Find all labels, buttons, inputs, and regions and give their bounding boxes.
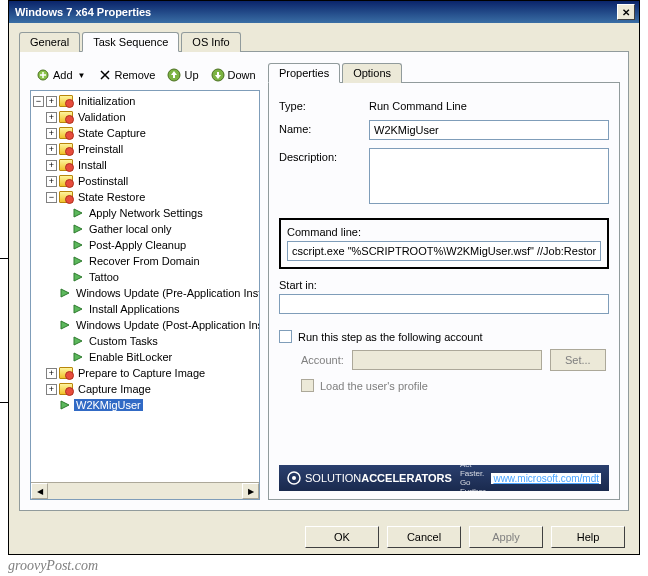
close-button[interactable]: ✕ [617, 4, 635, 20]
step-icon [72, 207, 84, 219]
step-icon [59, 319, 71, 331]
type-value: Run Command Line [369, 97, 467, 112]
step-icon [59, 399, 71, 411]
add-button[interactable]: Add ▼ [32, 66, 90, 84]
tab-general[interactable]: General [19, 32, 80, 52]
help-button[interactable]: Help [551, 526, 625, 548]
expand-icon[interactable]: + [46, 128, 57, 139]
tree-group[interactable]: +Validation [33, 109, 257, 125]
commandline-label: Command line: [287, 226, 601, 238]
cancel-button[interactable]: Cancel [387, 526, 461, 548]
expand-icon[interactable]: + [46, 160, 57, 171]
startin-input[interactable] [279, 294, 609, 314]
step-icon [59, 287, 71, 299]
brand-icon [287, 471, 301, 485]
properties-window: Windows 7 x64 Properties ✕ General Task … [8, 0, 640, 555]
sub-tab-bar: Properties Options [268, 62, 620, 83]
tree-toolbar: Add ▼ Remove Up Down [30, 62, 260, 90]
runas-label: Run this step as the following account [298, 331, 483, 343]
footer-link[interactable]: www.microsoft.com/mdt [491, 473, 601, 484]
name-input[interactable] [369, 120, 609, 140]
expand-icon[interactable]: + [46, 176, 57, 187]
subtab-properties[interactable]: Properties [268, 63, 340, 83]
step-icon [72, 223, 84, 235]
commandline-group: Command line: [279, 218, 609, 269]
dialog-button-bar: OK Cancel Apply Help [305, 526, 625, 548]
expand-icon[interactable]: + [46, 96, 57, 107]
commandline-input[interactable] [287, 241, 601, 261]
name-label: Name: [279, 120, 369, 135]
expand-icon[interactable]: + [46, 384, 57, 395]
subtab-options[interactable]: Options [342, 63, 402, 83]
tree-group[interactable]: +State Capture [33, 125, 257, 141]
tree-item[interactable]: W2KMigUser [33, 397, 257, 413]
collapse-icon[interactable]: − [33, 96, 44, 107]
remove-button[interactable]: Remove [94, 66, 160, 84]
horizontal-scrollbar[interactable]: ◀ ▶ [31, 482, 259, 499]
expand-icon[interactable]: + [46, 368, 57, 379]
step-icon [72, 351, 84, 363]
main-tab-bar: General Task Sequence OS Info [19, 31, 629, 52]
tree-group[interactable]: +Preinstall [33, 141, 257, 157]
watermark: groovyPost.com [8, 558, 98, 574]
account-label: Account: [301, 354, 344, 366]
set-button: Set... [550, 349, 606, 371]
add-icon [36, 68, 50, 82]
step-icon [72, 255, 84, 267]
tree-item[interactable]: Windows Update (Post-Application Install… [33, 317, 257, 333]
expand-icon[interactable]: − [46, 192, 57, 203]
folder-icon [59, 175, 73, 187]
tree-item[interactable]: Install Applications [33, 301, 257, 317]
folder-icon [59, 367, 73, 379]
folder-icon [59, 143, 73, 155]
tree-item[interactable]: Tattoo [33, 269, 257, 285]
down-icon [211, 68, 225, 82]
ok-button[interactable]: OK [305, 526, 379, 548]
runas-checkbox[interactable] [279, 330, 292, 343]
description-label: Description: [279, 148, 369, 163]
tree-item[interactable]: Apply Network Settings [33, 205, 257, 221]
up-button[interactable]: Up [163, 66, 202, 84]
loadprofile-label: Load the user's profile [320, 380, 428, 392]
scroll-left-icon[interactable]: ◀ [31, 483, 48, 499]
footer-band: SOLUTIONACCELERATORS Act Faster. Go Furt… [279, 465, 609, 491]
task-tree[interactable]: −+Initialization+Validation+State Captur… [30, 90, 260, 500]
tab-os-info[interactable]: OS Info [181, 32, 240, 52]
folder-icon [59, 95, 73, 107]
up-icon [167, 68, 181, 82]
tab-task-sequence[interactable]: Task Sequence [82, 32, 179, 52]
dropdown-arrow-icon: ▼ [78, 71, 86, 80]
scroll-right-icon[interactable]: ▶ [242, 483, 259, 499]
folder-icon [59, 127, 73, 139]
remove-icon [98, 68, 112, 82]
window-title: Windows 7 x64 Properties [13, 6, 151, 18]
account-input [352, 350, 542, 370]
folder-icon [59, 159, 73, 171]
tree-item[interactable]: Recover From Domain [33, 253, 257, 269]
expand-icon[interactable]: + [46, 144, 57, 155]
folder-icon [59, 191, 73, 203]
tree-group[interactable]: −State Restore [33, 189, 257, 205]
startin-label: Start in: [279, 279, 609, 291]
down-button[interactable]: Down [207, 66, 260, 84]
step-icon [72, 271, 84, 283]
tree-item[interactable]: Enable BitLocker [33, 349, 257, 365]
tree-item[interactable]: Windows Update (Pre-Application Installa [33, 285, 257, 301]
tree-group[interactable]: +Install [33, 157, 257, 173]
step-icon [72, 239, 84, 251]
step-icon [72, 303, 84, 315]
tree-group[interactable]: +Prepare to Capture Image [33, 365, 257, 381]
tree-group[interactable]: −+Initialization [33, 93, 257, 109]
folder-icon [59, 383, 73, 395]
tree-item[interactable]: Post-Apply Cleanup [33, 237, 257, 253]
type-label: Type: [279, 97, 369, 112]
apply-button[interactable]: Apply [469, 526, 543, 548]
tree-group[interactable]: +Postinstall [33, 173, 257, 189]
tree-item[interactable]: Custom Tasks [33, 333, 257, 349]
description-input[interactable] [369, 148, 609, 204]
loadprofile-checkbox [301, 379, 314, 392]
titlebar: Windows 7 x64 Properties ✕ [9, 1, 639, 23]
expand-icon[interactable]: + [46, 112, 57, 123]
tree-group[interactable]: +Capture Image [33, 381, 257, 397]
tree-item[interactable]: Gather local only [33, 221, 257, 237]
